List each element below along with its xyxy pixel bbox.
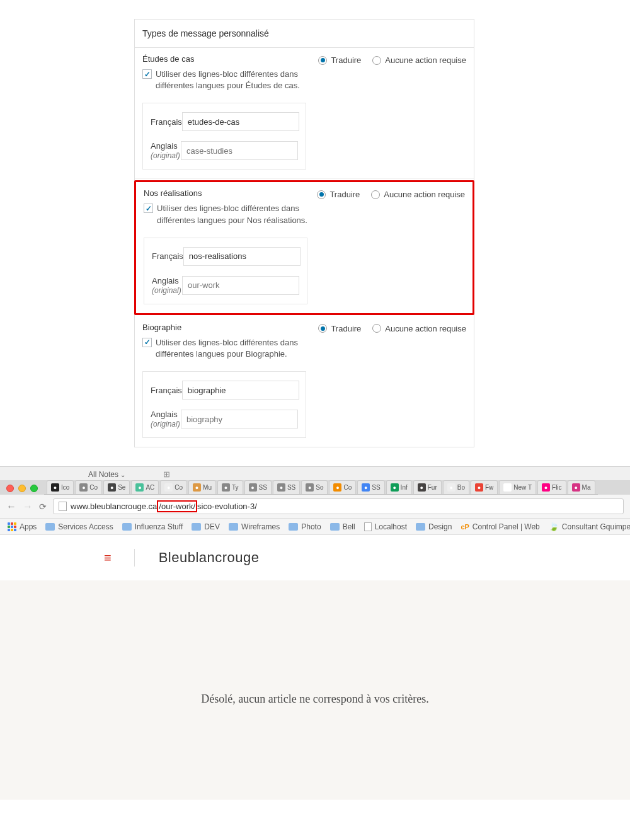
browser-tab[interactable]: ●AC <box>131 480 159 494</box>
cpt-title: Biographie <box>142 323 318 332</box>
radio-icon <box>318 324 327 333</box>
favicon-icon: ● <box>542 483 550 492</box>
browser-tab[interactable]: ●Ico <box>47 480 74 494</box>
page-icon <box>364 522 372 531</box>
folder-icon <box>416 523 425 531</box>
slug-box: Français Anglais(original) <box>144 238 307 304</box>
browser-tab[interactable]: ●Fw <box>471 480 498 494</box>
url-post: sico-evolution-3/ <box>197 502 257 511</box>
cpanel-icon: cP <box>461 523 469 531</box>
bookmark-folder[interactable]: Wireframes <box>229 522 280 531</box>
browser-tab[interactable]: ●Ty <box>217 480 243 494</box>
reload-button[interactable]: ⟳ <box>39 502 47 512</box>
no-results-message: Désolé, aucun article ne correspond à vo… <box>0 693 630 706</box>
slug-input-fr[interactable] <box>182 381 299 400</box>
use-different-slugs-checkbox[interactable] <box>142 338 152 347</box>
folder-icon <box>192 523 201 531</box>
radio-icon <box>317 190 326 199</box>
close-window-icon[interactable] <box>6 485 14 492</box>
slug-input-fr[interactable] <box>183 247 301 266</box>
folder-icon <box>229 523 238 531</box>
radio-no-action[interactable]: Aucune action requise <box>371 190 465 199</box>
use-different-slugs-checkbox[interactable] <box>144 204 153 213</box>
radio-no-action[interactable]: Aucune action requise <box>372 324 466 333</box>
browser-tab[interactable]: ●Fur <box>413 480 442 494</box>
back-button[interactable]: ← <box>6 501 16 512</box>
leaf-icon: 🍃 <box>549 522 559 531</box>
bookmark-folder[interactable]: Photo <box>289 522 321 531</box>
browser-tab[interactable]: ●SS <box>244 480 272 494</box>
lang-label-en: Anglais(original) <box>152 276 182 295</box>
translation-radio-group: Traduire Aucune action requise <box>318 54 466 65</box>
settings-panel: Types de message personnalisé Études de … <box>134 19 474 447</box>
radio-translate[interactable]: Traduire <box>317 190 360 199</box>
browser-tab[interactable]: ●SS <box>273 480 300 494</box>
favicon-icon: ● <box>475 483 483 492</box>
browser-tab[interactable]: ●Co <box>329 480 356 494</box>
bookmark-folder[interactable]: Influenza Stuff <box>122 522 183 531</box>
slug-box: Français Anglais(original) <box>142 103 306 170</box>
favicon-icon: ● <box>51 483 59 492</box>
favicon-icon: ● <box>447 483 455 492</box>
browser-window: ●Ico●Co●Se●AC●Co●Mu●Ty●SS●SS●So●Co●SS●In… <box>0 480 630 800</box>
favicon-icon: ● <box>418 483 426 492</box>
favicon-icon: ● <box>391 483 399 492</box>
favicon-icon: ● <box>503 483 512 492</box>
radio-icon <box>372 56 381 65</box>
browser-tab[interactable]: ●Flic <box>537 480 566 494</box>
all-notes-dropdown[interactable]: All Notes ⌄ <box>88 470 125 479</box>
browser-tab[interactable]: ●Bo <box>443 480 469 494</box>
localhost-bookmark[interactable]: Localhost <box>364 522 407 531</box>
url-pre: www.bleublancrouge.ca <box>71 502 157 511</box>
bookmark-folder[interactable]: Services Access <box>45 522 113 531</box>
lang-label-en: Anglais(original) <box>151 410 181 429</box>
browser-tab[interactable]: ●So <box>301 480 328 494</box>
radio-translate[interactable]: Traduire <box>318 55 361 65</box>
checkbox-label: Utiliser des lignes-bloc différentes dan… <box>156 337 318 360</box>
slug-input-en[interactable] <box>181 410 298 429</box>
grid-view-icon[interactable]: ⊞ <box>163 469 170 479</box>
slug-input-en[interactable] <box>181 141 298 160</box>
favicon-icon: ● <box>249 483 257 492</box>
maximize-window-icon[interactable] <box>30 485 38 492</box>
browser-tab[interactable]: ●Co <box>75 480 102 494</box>
folder-icon <box>330 523 340 531</box>
favicon-icon: ● <box>135 483 144 492</box>
lang-label-fr: Français <box>152 251 183 261</box>
cpt-section: Études de cas Utiliser des lignes-bloc d… <box>135 48 474 179</box>
folder-icon <box>289 523 298 531</box>
cpt-title: Nos réalisations <box>144 188 317 198</box>
url-input[interactable]: www.bleublancrouge.ca /our-work/ sico-ev… <box>53 498 624 514</box>
apps-bookmark[interactable]: Apps <box>8 522 37 531</box>
favicon-icon: ● <box>79 483 88 492</box>
slug-input-fr[interactable] <box>182 112 299 131</box>
consultant-bookmark[interactable]: 🍃Consultant Gquimpe <box>549 522 630 531</box>
tab-strip: ●Ico●Co●Se●AC●Co●Mu●Ty●SS●SS●So●Co●SS●In… <box>44 480 598 495</box>
browser-tab[interactable]: ●Inf <box>386 480 412 494</box>
forward-button[interactable]: → <box>23 501 33 512</box>
control-panel-bookmark[interactable]: cPControl Panel | Web <box>461 522 539 531</box>
browser-tab[interactable]: ●Se <box>103 480 130 494</box>
use-different-slugs-checkbox[interactable] <box>142 69 152 79</box>
design-bookmark[interactable]: Design <box>416 522 452 531</box>
lang-label-en: Anglais(original) <box>151 141 181 160</box>
radio-icon <box>318 56 327 65</box>
url-highlighted-segment: /our-work/ <box>157 500 197 512</box>
bookmark-folder[interactable]: DEV <box>192 522 220 531</box>
translation-radio-group: Traduire Aucune action requise <box>318 323 466 333</box>
favicon-icon: ● <box>572 483 580 492</box>
browser-tab[interactable]: ●SS <box>357 480 384 494</box>
bookmark-folder[interactable]: Bell <box>330 522 355 531</box>
browser-tab[interactable]: ●New T <box>499 480 536 494</box>
minimize-window-icon[interactable] <box>18 485 26 492</box>
browser-tab[interactable]: ●Mu <box>188 480 216 494</box>
folder-icon <box>45 523 55 531</box>
translation-radio-group: Traduire Aucune action requise <box>317 188 465 199</box>
radio-no-action[interactable]: Aucune action requise <box>372 55 466 65</box>
slug-input-en[interactable] <box>182 276 299 295</box>
cpt-title: Études de cas <box>142 54 318 64</box>
browser-tab[interactable]: ●Ma <box>568 480 595 494</box>
browser-tab[interactable]: ●Co <box>160 480 187 494</box>
radio-translate[interactable]: Traduire <box>318 324 361 333</box>
hamburger-icon[interactable]: ≡ <box>104 551 112 565</box>
